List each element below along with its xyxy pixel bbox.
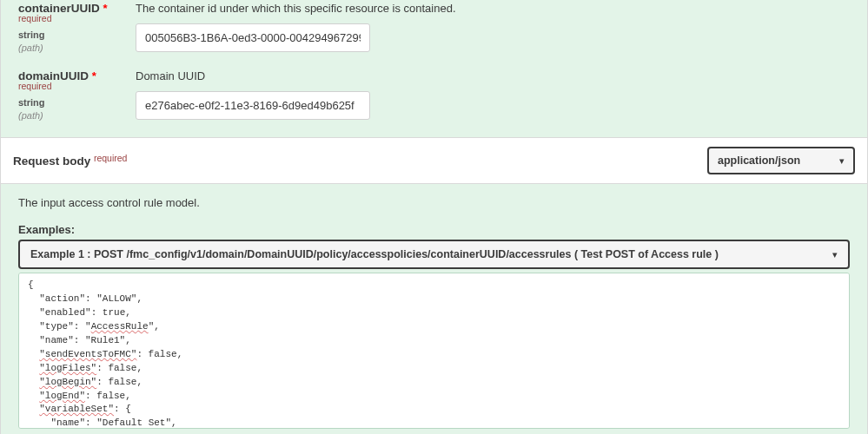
examples-select[interactable]: Example 1 : POST /fmc_config/v1/domain/D… [18,240,850,269]
request-body-description: The input access control rule model. [18,196,850,209]
required-label: required [18,13,52,23]
required-label: required [18,81,52,91]
param-row-containerUUID: containerUUID * required string (path) T… [18,0,850,54]
required-star-icon: * [92,69,96,82]
param-name-col: containerUUID * required string (path) [18,2,123,54]
param-type: string [18,97,45,108]
parameters-section: containerUUID * required string (path) T… [1,0,867,137]
request-body-label-wrap: Request body required [13,155,127,168]
request-body-label: Request body [13,155,90,168]
content-type-wrap: application/json [707,147,855,174]
param-in: (path) [18,43,43,53]
param-desc-col: The container id under which this specif… [136,2,850,54]
request-body-editor[interactable]: { "action": "ALLOW", "enabled": true, "t… [18,273,850,429]
content-type-select[interactable]: application/json [707,147,855,174]
examples-label: Examples: [18,223,850,236]
param-description: The container id under which this specif… [136,2,850,15]
param-in: (path) [18,110,43,121]
param-name-col: domainUUID * required string (path) [18,69,123,122]
param-description: Domain UUID [136,69,850,82]
required-star-icon: * [103,2,107,15]
param-desc-col: Domain UUID [136,69,850,122]
param-row-domainUUID: domainUUID * required string (path) Doma… [18,54,850,122]
containerUUID-input[interactable] [136,23,370,52]
required-label: required [94,153,128,163]
example-select-wrap: Example 1 : POST /fmc_config/v1/domain/D… [18,240,850,269]
param-type: string [18,30,45,40]
domainUUID-input[interactable] [136,91,370,120]
request-body-bar: Request body required application/json [1,137,867,184]
request-body-section: The input access control rule model. Exa… [1,184,867,434]
